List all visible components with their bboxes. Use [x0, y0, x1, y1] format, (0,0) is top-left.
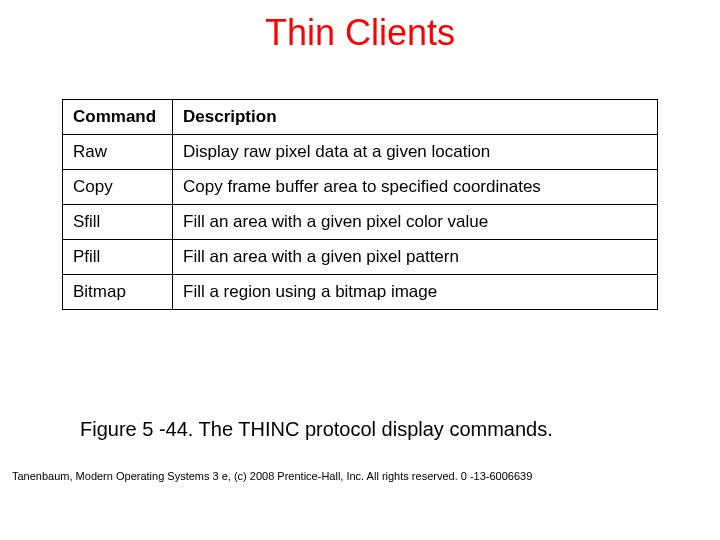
- footer-text: Tanenbaum, Modern Operating Systems 3 e,…: [12, 470, 532, 482]
- table-row: Sfill Fill an area with a given pixel co…: [63, 205, 658, 240]
- table-row: Bitmap Fill a region using a bitmap imag…: [63, 275, 658, 310]
- cell-description: Copy frame buffer area to specified coor…: [173, 170, 658, 205]
- header-command: Command: [63, 100, 173, 135]
- table-row: Raw Display raw pixel data at a given lo…: [63, 135, 658, 170]
- cell-description: Fill an area with a given pixel pattern: [173, 240, 658, 275]
- cell-command: Copy: [63, 170, 173, 205]
- header-description: Description: [173, 100, 658, 135]
- cell-command: Pfill: [63, 240, 173, 275]
- cell-description: Fill a region using a bitmap image: [173, 275, 658, 310]
- table-header-row: Command Description: [63, 100, 658, 135]
- cell-command: Sfill: [63, 205, 173, 240]
- table-row: Copy Copy frame buffer area to specified…: [63, 170, 658, 205]
- cell-command: Bitmap: [63, 275, 173, 310]
- cell-command: Raw: [63, 135, 173, 170]
- table-container: Command Description Raw Display raw pixe…: [0, 99, 720, 310]
- table-row: Pfill Fill an area with a given pixel pa…: [63, 240, 658, 275]
- page-title: Thin Clients: [0, 0, 720, 99]
- cell-description: Display raw pixel data at a given locati…: [173, 135, 658, 170]
- cell-description: Fill an area with a given pixel color va…: [173, 205, 658, 240]
- figure-caption: Figure 5 -44. The THINC protocol display…: [0, 418, 720, 441]
- commands-table: Command Description Raw Display raw pixe…: [62, 99, 658, 310]
